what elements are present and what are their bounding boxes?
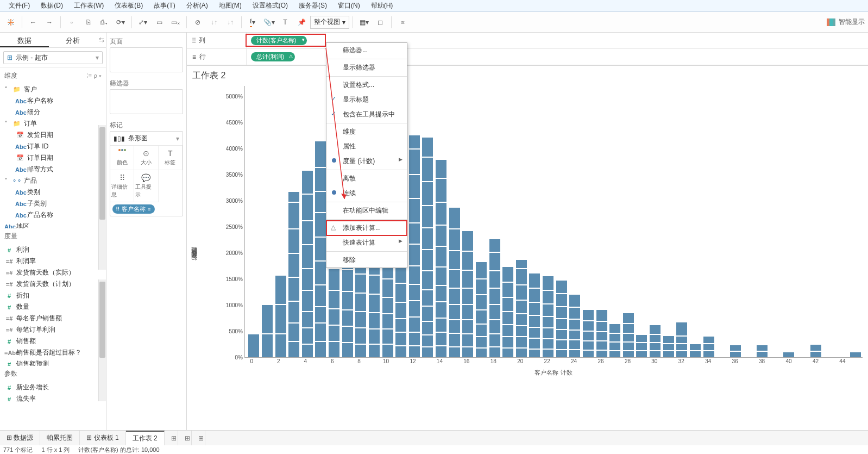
tree-item[interactable]: 📅订单日期 — [0, 152, 106, 164]
worksheet-title[interactable]: 工作表 2 — [187, 66, 868, 86]
bar[interactable] — [475, 262, 488, 357]
ctx-item[interactable]: ✓显示标题 — [326, 92, 407, 107]
save-icon[interactable]: ▫ — [64, 15, 79, 30]
bar[interactable] — [608, 324, 622, 357]
menu-item[interactable]: 帮助(H) — [366, 1, 399, 10]
new-datasource-icon[interactable]: ⎘ — [80, 15, 96, 30]
dim-scrollbar[interactable] — [98, 125, 106, 270]
ctx-item[interactable]: 在功能区中编辑 — [326, 203, 407, 218]
tree-item[interactable]: =#每笔订单利润 — [0, 324, 106, 335]
columns-shelf[interactable]: ⦙⦙⦙列 计数(客户名称)▾ — [187, 33, 868, 49]
tableau-logo-icon[interactable] — [3, 15, 18, 30]
tree-item[interactable]: Abc细分 — [0, 107, 106, 118]
swap-icon[interactable]: ⤢▾ — [135, 15, 150, 30]
tree-item[interactable]: Abc类别 — [0, 186, 106, 198]
bar[interactable] — [421, 137, 435, 357]
ctx-item[interactable]: 属性 — [326, 139, 407, 154]
tree-item[interactable]: #新业务增长 — [0, 382, 106, 393]
sheet-tab[interactable]: 帕累托图 — [40, 431, 80, 445]
mark-pill-customer[interactable]: ⠿ 客户名称 ≡ — [112, 204, 155, 214]
smart-show-button[interactable]: 智能显示 — [827, 17, 865, 27]
tree-item[interactable]: Abc地区 — [0, 221, 106, 228]
menu-item[interactable]: 服务器(S) — [293, 1, 332, 10]
mark-detail-button[interactable]: ⠿详细信息 — [110, 170, 134, 202]
pin-icon[interactable]: 📌 — [294, 15, 309, 30]
menu-item[interactable]: 故事(T) — [148, 1, 180, 10]
tree-item[interactable]: Abc客户名称 — [0, 95, 106, 107]
tree-item[interactable]: #利润 — [0, 244, 106, 256]
bar[interactable] — [568, 294, 582, 357]
bar[interactable] — [635, 334, 649, 357]
totals-icon[interactable]: ↓↑ — [206, 15, 222, 30]
sheet-tab[interactable]: 工作表 2 — [126, 431, 165, 445]
share-icon[interactable]: ∝ — [395, 15, 410, 30]
new-tab-icon[interactable]: ⊞ — [178, 431, 192, 445]
rows-shelf[interactable]: ≡行 总计(利润)△ — [187, 49, 868, 65]
new-tab-icon[interactable]: ⊞ — [192, 431, 205, 445]
bar[interactable] — [448, 207, 461, 357]
tab-data[interactable]: 数据 — [0, 33, 49, 47]
fit-dropdown[interactable]: 整个视图▾ — [310, 16, 349, 29]
bar[interactable] — [247, 334, 261, 357]
bar[interactable] — [542, 276, 555, 357]
sort-desc-icon[interactable]: ▭ₓ — [168, 15, 183, 30]
bar[interactable] — [287, 191, 301, 357]
bar[interactable] — [408, 135, 422, 357]
datasource-selector[interactable]: ⊞ 示例 - 超市 ▾ — [3, 51, 103, 64]
columns-pill[interactable]: 计数(客户名称)▾ — [251, 36, 307, 45]
menu-item[interactable]: 文件(F) — [3, 1, 35, 10]
bar[interactable] — [435, 159, 448, 357]
bar[interactable] — [261, 304, 274, 357]
tree-item[interactable]: Abc订单 ID — [0, 141, 106, 152]
tree-item[interactable]: =Abc销售额是否超过目标？ — [0, 347, 106, 358]
tree-item[interactable]: #数量 — [0, 301, 106, 313]
menu-item[interactable]: 地图(M) — [213, 1, 247, 10]
bar[interactable] — [555, 280, 568, 357]
present-icon[interactable]: ◻ — [373, 15, 388, 30]
group-icon[interactable]: ⊘ — [190, 15, 205, 30]
bar[interactable] — [515, 259, 529, 357]
bar[interactable] — [649, 325, 662, 357]
attach-icon[interactable]: 📎▾ — [261, 15, 276, 30]
ctx-item[interactable]: 连续 — [326, 186, 407, 201]
sort-asc-icon[interactable]: ▭ — [152, 15, 167, 30]
bar[interactable] — [461, 231, 475, 357]
ctx-item[interactable]: 显示筛选器 — [326, 60, 407, 75]
mark-type-dropdown[interactable]: ▮▯▮ 条形图 ▾ — [110, 132, 183, 146]
sheet-tab[interactable]: ⊞ 仪表板 1 — [80, 431, 125, 445]
bar[interactable] — [702, 336, 715, 357]
tree-item[interactable]: ˅⚬⚬产品 — [0, 175, 106, 186]
tree-item[interactable]: #流失率 — [0, 393, 106, 405]
tree-item[interactable]: Abc邮寄方式 — [0, 164, 106, 175]
menu-item[interactable]: 工作表(W) — [68, 1, 109, 10]
new-tab-icon[interactable]: ⊞ — [165, 431, 178, 445]
tree-item[interactable]: #折扣 — [0, 290, 106, 301]
bar[interactable] — [528, 273, 542, 357]
bar[interactable] — [729, 345, 743, 357]
ctx-item[interactable]: 筛选器... — [326, 43, 407, 58]
ctx-item[interactable]: ▶快速表计算 — [326, 235, 407, 250]
sort2-icon[interactable]: ↓↑ — [223, 15, 238, 30]
tree-item[interactable]: =#发货前天数（实际） — [0, 267, 106, 278]
menu-item[interactable]: 分析(A) — [181, 1, 213, 10]
menu-item[interactable]: 仪表板(B) — [109, 1, 148, 10]
tree-item[interactable]: =#每名客户销售额 — [0, 313, 106, 324]
ctx-item[interactable]: △添加表计算... — [326, 221, 407, 235]
tree-item[interactable]: 📅发货日期 — [0, 129, 106, 141]
ctx-item[interactable]: 移除 — [326, 253, 407, 268]
rows-pill[interactable]: 总计(利润)△ — [251, 52, 295, 61]
ctx-item[interactable]: 设置格式... — [326, 78, 407, 92]
show-cards-icon[interactable]: ▦▾ — [356, 15, 372, 30]
tree-item[interactable]: #销售额 — [0, 335, 106, 347]
bar[interactable] — [501, 266, 515, 357]
tree-item[interactable]: =#利润率 — [0, 256, 106, 267]
bar[interactable] — [301, 170, 315, 357]
tab-analysis[interactable]: 分析 — [49, 33, 98, 47]
mark-size-button[interactable]: ⊙大小 — [134, 146, 158, 170]
mark-color-button[interactable]: 颜色 — [110, 146, 134, 170]
tree-item[interactable]: ˅📁订单 — [0, 118, 106, 129]
dim-tools-icon[interactable]: ⦙≡ ⍴ ▾ — [87, 72, 102, 79]
chart[interactable]: 运行 利润 的 总计 的总计 % 0%500%1000%1500%2000%25… — [187, 86, 868, 430]
bar[interactable] — [662, 335, 675, 357]
ctx-item[interactable]: ▶度量 (计数) — [326, 154, 407, 169]
